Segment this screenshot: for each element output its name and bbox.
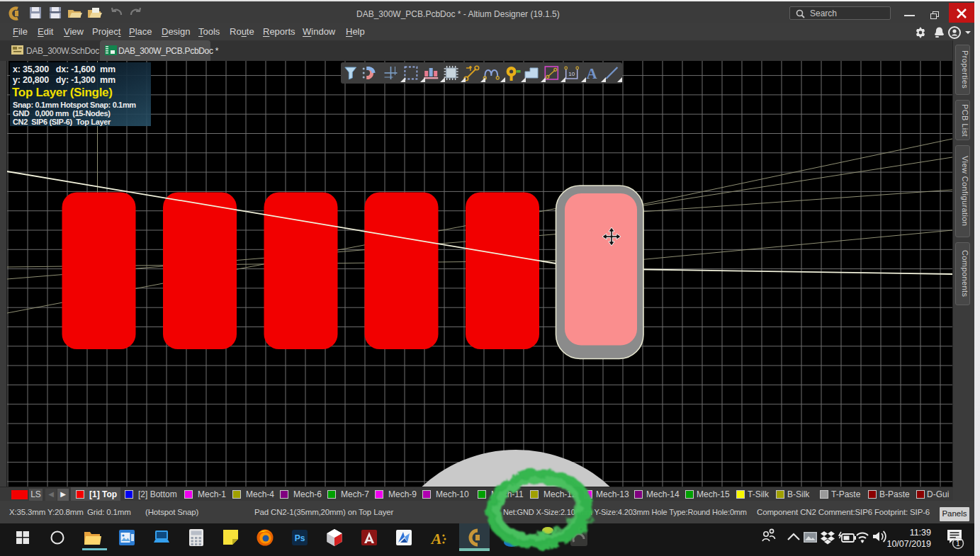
svg-text:A: A bbox=[586, 65, 597, 82]
svg-text:Ps: Ps bbox=[295, 533, 305, 543]
svg-text:10: 10 bbox=[568, 71, 575, 77]
svg-text:10/07/2019: 10/07/2019 bbox=[886, 539, 931, 549]
svg-text:11:39: 11:39 bbox=[910, 528, 931, 538]
svg-text:A: A bbox=[430, 530, 442, 548]
svg-text:1: 1 bbox=[956, 539, 960, 548]
